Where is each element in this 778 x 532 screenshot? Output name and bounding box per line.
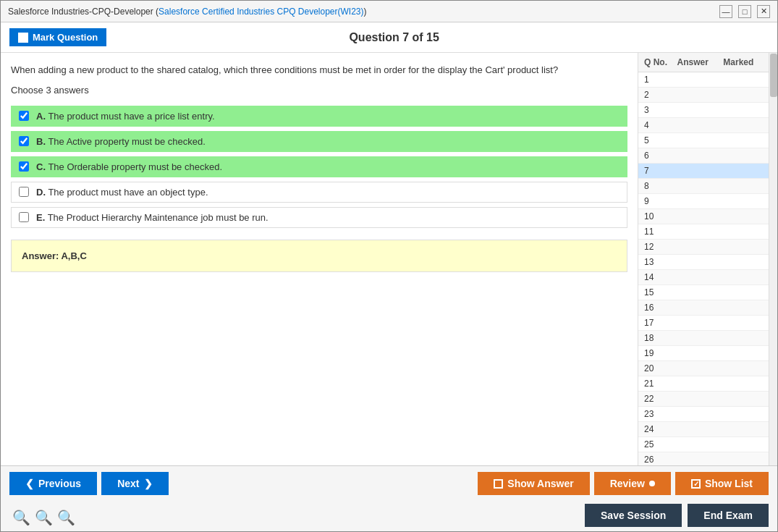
checkbox-d[interactable] [19, 187, 29, 197]
sidebar-row[interactable]: 6 [638, 148, 769, 164]
sidebar-row[interactable]: 10 [638, 209, 769, 224]
sidebar-row[interactable]: 13 [638, 255, 769, 270]
mark-question-button[interactable]: Mark Question [9, 28, 106, 46]
answer-option-c[interactable]: C. The Orderable property must be checke… [11, 156, 627, 177]
scrollbar-thumb[interactable] [770, 54, 777, 97]
sidebar-row[interactable]: 9 [638, 194, 769, 209]
sidebar-qno: 21 [644, 379, 677, 389]
sidebar-answer [677, 272, 724, 282]
sidebar-scrollbar[interactable] [769, 53, 777, 465]
sidebar-qno: 19 [644, 348, 677, 358]
sidebar-row[interactable]: 21 [638, 376, 769, 392]
sidebar-marked [723, 75, 763, 85]
sidebar-marked [723, 424, 763, 434]
sidebar-row[interactable]: 23 [638, 407, 769, 422]
show-answer-button[interactable]: Show Answer [478, 472, 589, 495]
checkbox-c[interactable] [19, 161, 29, 172]
sidebar-row[interactable]: 7 [638, 164, 769, 179]
sidebar-answer [677, 105, 724, 115]
minimize-button[interactable]: — [719, 5, 732, 18]
zoom-in-button[interactable]: 🔍 [57, 509, 75, 526]
review-button[interactable]: Review [594, 472, 671, 495]
sidebar-row[interactable]: 25 [638, 437, 769, 452]
main-content: When adding a new product to the shared … [1, 53, 777, 465]
sidebar-row[interactable]: 11 [638, 224, 769, 240]
sidebar-marked [723, 303, 763, 313]
sidebar-row[interactable]: 18 [638, 331, 769, 346]
previous-button[interactable]: ❮ Previous [9, 472, 97, 495]
maximize-button[interactable]: □ [738, 5, 751, 18]
sidebar-qno: 17 [644, 318, 677, 328]
sidebar-row[interactable]: 15 [638, 285, 769, 300]
sidebar-answer [677, 303, 724, 313]
zoom-out-button[interactable]: 🔍 [12, 509, 30, 526]
next-button[interactable]: Next ❯ [101, 472, 168, 495]
col-qno-header: Q No. [644, 57, 677, 67]
sidebar-answer [677, 363, 724, 373]
sidebar-row[interactable]: 20 [638, 361, 769, 376]
sidebar-answer [677, 135, 724, 145]
end-exam-button[interactable]: End Exam [688, 504, 769, 527]
sidebar-row[interactable]: 2 [638, 88, 769, 103]
sidebar-qno: 7 [644, 166, 677, 176]
sidebar-answer [677, 424, 724, 434]
close-button[interactable]: ✕ [757, 5, 770, 18]
end-exam-label: End Exam [703, 510, 753, 521]
sidebar-qno: 20 [644, 363, 677, 373]
answer-option-a[interactable]: A. The product must have a price list en… [11, 106, 627, 127]
sidebar-answer [677, 242, 724, 252]
sidebar-answer [677, 455, 724, 465]
sidebar-qno: 1 [644, 75, 677, 85]
mark-checkbox-icon [18, 33, 28, 43]
save-session-button[interactable]: Save Session [585, 504, 682, 527]
sidebar-marked [723, 333, 763, 343]
options-container: A. The product must have a price list en… [11, 106, 627, 228]
main-window: Salesforce Industries-CPQ-Developer (Sal… [0, 0, 778, 532]
sidebar-marked [723, 151, 763, 161]
sidebar-row[interactable]: 14 [638, 270, 769, 285]
sidebar-row[interactable]: 16 [638, 300, 769, 316]
sidebar-row[interactable]: 19 [638, 346, 769, 361]
sidebar-answer [677, 181, 724, 191]
bottom-nav: ❮ Previous Next ❯ Show Answer Review ✓ S [1, 465, 777, 501]
sidebar-row[interactable]: 3 [638, 103, 769, 118]
checkbox-a[interactable] [19, 111, 29, 121]
sidebar-row[interactable]: 24 [638, 422, 769, 437]
answer-option-e[interactable]: E. The Product Hierarchy Maintenance job… [11, 207, 627, 228]
sidebar-marked [723, 318, 763, 328]
sidebar-answer [677, 318, 724, 328]
sidebar-marked [723, 166, 763, 176]
checkbox-b[interactable] [19, 136, 29, 146]
show-answer-icon [494, 479, 503, 489]
sidebar-row[interactable]: 12 [638, 240, 769, 255]
sidebar-marked [723, 394, 763, 404]
checkbox-e[interactable] [19, 212, 29, 222]
sidebar-marked [723, 120, 763, 130]
answer-option-d[interactable]: D. The product must have an object type. [11, 182, 627, 203]
sidebar-row[interactable]: 26 [638, 452, 769, 465]
sidebar-row[interactable]: 8 [638, 179, 769, 194]
sidebar-answer [677, 90, 724, 100]
sidebar-qno: 13 [644, 257, 677, 267]
sidebar-row[interactable]: 22 [638, 392, 769, 407]
previous-chevron-icon: ❮ [25, 478, 34, 489]
show-list-button[interactable]: ✓ Show List [675, 472, 769, 495]
zoom-fit-button[interactable]: 🔍 [35, 509, 53, 526]
sidebar-row[interactable]: 4 [638, 118, 769, 133]
sidebar-row[interactable]: 1 [638, 72, 769, 88]
show-list-label: Show List [705, 478, 753, 489]
sidebar-rows: 1 2 3 4 5 6 7 8 [638, 72, 769, 465]
choose-label: Choose 3 answers [11, 85, 627, 96]
sidebar-row[interactable]: 17 [638, 316, 769, 331]
sidebar-marked [723, 272, 763, 282]
option-label-b: B. The Active property must be checked. [36, 136, 206, 147]
sidebar-row[interactable]: 5 [638, 133, 769, 148]
sidebar-answer [677, 227, 724, 237]
sidebar-qno: 23 [644, 409, 677, 419]
session-controls: Save Session End Exam [585, 504, 769, 527]
question-list-sidebar[interactable]: Q No. Answer Marked 1 2 3 4 5 6 [638, 53, 769, 465]
save-session-label: Save Session [601, 510, 666, 521]
sidebar-answer [677, 257, 724, 267]
answer-option-b[interactable]: B. The Active property must be checked. [11, 131, 627, 152]
sidebar-qno: 12 [644, 242, 677, 252]
